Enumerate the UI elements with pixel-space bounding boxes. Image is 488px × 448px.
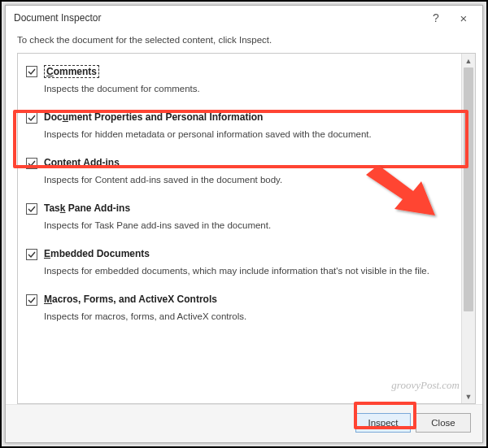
checkbox-taskpane-addins[interactable]	[26, 203, 37, 215]
option-taskpane-addins: Task Pane Add-ins Inspects for Task Pane…	[23, 198, 456, 243]
option-description: Inspects for Content add-ins saved in th…	[44, 174, 453, 186]
option-label: Task Pane Add-ins	[44, 202, 130, 214]
option-label: Embedded Documents	[44, 248, 150, 259]
checkbox-comments[interactable]	[26, 66, 37, 77]
inspect-button[interactable]: Inspect	[355, 413, 411, 433]
option-label: Document Properties and Personal Informa…	[44, 111, 263, 123]
option-label: Comments	[44, 65, 99, 78]
option-label: Macros, Forms, and ActiveX Controls	[44, 294, 217, 305]
checkbox-doc-properties[interactable]	[26, 112, 37, 124]
scroll-up-arrow-icon[interactable]: ▲	[462, 54, 475, 67]
inspection-options-list: Comments Inspects the document for comme…	[18, 54, 461, 403]
option-macros: Macros, Forms, and ActiveX Controls Insp…	[23, 289, 456, 334]
option-description: Inspects for hidden metadata or personal…	[44, 128, 453, 141]
option-description: Inspects for Task Pane add-ins saved in …	[44, 220, 453, 232]
option-description: Inspects for embedded documents, which m…	[44, 265, 453, 277]
checkbox-embedded-docs[interactable]	[26, 249, 37, 260]
option-embedded-docs: Embedded Documents Inspects for embedded…	[23, 243, 456, 289]
option-description: Inspects the document for comments.	[44, 83, 453, 95]
content-panel: Comments Inspects the document for comme…	[17, 53, 476, 404]
option-doc-properties: Document Properties and Personal Informa…	[23, 107, 456, 152]
scroll-thumb[interactable]	[464, 67, 473, 311]
close-window-button[interactable]: ×	[450, 7, 477, 28]
dialog-button-row: Inspect Close	[6, 404, 482, 442]
option-content-addins: Content Add-ins Inspects for Content add…	[23, 152, 456, 198]
dialog-title: Document Inspector	[14, 12, 422, 24]
instruction-text: To check the document for the selected c…	[6, 30, 482, 53]
option-label: Content Add-ins	[44, 157, 120, 168]
document-inspector-dialog: Document Inspector ? × To check the docu…	[5, 5, 483, 443]
option-description: Inspects for macros, forms, and ActiveX …	[44, 311, 453, 323]
scroll-down-arrow-icon[interactable]: ▼	[462, 389, 475, 403]
help-button[interactable]: ?	[422, 7, 450, 28]
checkbox-macros[interactable]	[26, 294, 37, 306]
close-button[interactable]: Close	[416, 413, 471, 433]
vertical-scrollbar[interactable]: ▲ ▼	[461, 54, 475, 403]
option-comments: Comments Inspects the document for comme…	[23, 60, 456, 107]
titlebar: Document Inspector ? ×	[6, 6, 482, 30]
checkbox-content-addins[interactable]	[26, 158, 37, 169]
